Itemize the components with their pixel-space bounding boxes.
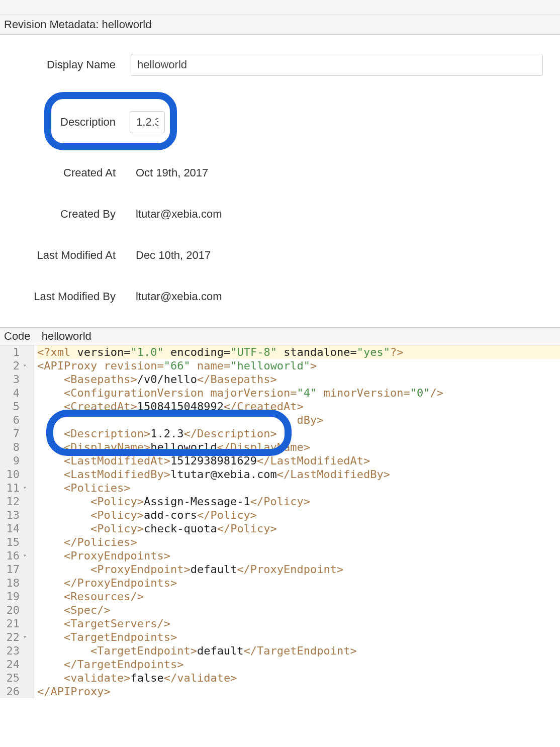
code-line[interactable]: <ConfigurationVersion majorVersion="4" m…: [37, 386, 560, 400]
code-line[interactable]: <APIProxy revision="66" name="helloworld…: [37, 359, 560, 372]
code-line[interactable]: <ProxyEndpoints>: [37, 549, 560, 563]
value-created-at: Oct 19th, 2017: [131, 166, 208, 179]
line-number: 22 ▾: [0, 630, 31, 644]
line-number: 2 ▾: [0, 359, 31, 372]
code-line[interactable]: <TargetEndpoint>default</TargetEndpoint>: [37, 644, 560, 658]
code-line[interactable]: <ProxyEndpoint>default</ProxyEndpoint>: [37, 563, 560, 576]
toolbar-area: [0, 0, 560, 15]
code-line[interactable]: </APIProxy>: [37, 685, 560, 698]
row-created-by: Created By ltutar@xebia.com: [0, 194, 560, 235]
line-number: 15: [0, 535, 31, 549]
label-last-modified-by: Last Modified By: [0, 290, 131, 303]
code-line[interactable]: </Policies>: [37, 535, 560, 549]
display-name-input[interactable]: [131, 54, 543, 76]
code-line[interactable]: </ProxyEndpoints>: [37, 576, 560, 590]
line-number: 21: [0, 617, 31, 630]
row-last-modified-by: Last Modified By ltutar@xebia.com: [0, 276, 560, 317]
row-last-modified-at: Last Modified At Dec 10th, 2017: [0, 235, 560, 276]
line-number: 23: [0, 644, 31, 658]
line-number: 5: [0, 400, 31, 413]
line-number: 7: [0, 427, 31, 440]
line-number: 25: [0, 671, 31, 685]
description-input[interactable]: [130, 111, 165, 133]
code-label: Code: [4, 330, 31, 342]
line-number: 16 ▾: [0, 549, 31, 563]
description-highlight: Description: [44, 92, 177, 150]
code-line[interactable]: <Policy>Assign-Message-1</Policy>: [37, 495, 560, 508]
line-number: 24: [0, 658, 31, 671]
row-created-at: Created At Oct 19th, 2017: [0, 152, 560, 194]
code-line[interactable]: dBy>: [37, 413, 560, 427]
fold-icon[interactable]: ▾: [22, 549, 27, 563]
code-line[interactable]: <Resources/>: [37, 590, 560, 603]
line-number: 4: [0, 386, 31, 400]
line-number: 17: [0, 563, 31, 576]
line-number: 19: [0, 590, 31, 603]
code-line[interactable]: <TargetServers/>: [37, 617, 560, 630]
line-number: 11 ▾: [0, 481, 31, 495]
line-number: 6: [0, 413, 31, 427]
code-line[interactable]: <Description>1.2.3</Description>: [37, 427, 560, 440]
line-number: 18: [0, 576, 31, 590]
metadata-form: Display Name Description Created At Oct …: [0, 35, 560, 327]
fold-icon[interactable]: ▾: [22, 359, 27, 372]
code-line[interactable]: <LastModifiedBy>ltutar@xebia.com</LastMo…: [37, 468, 560, 481]
code-line[interactable]: <LastModifiedAt>1512938981629</LastModif…: [37, 454, 560, 468]
fold-icon[interactable]: ▾: [22, 481, 27, 495]
section-header: Revision Metadata: helloworld: [0, 15, 560, 35]
line-number: 1: [0, 345, 31, 359]
line-number: 12: [0, 495, 31, 508]
section-title: Revision Metadata: helloworld: [4, 18, 152, 31]
code-line[interactable]: <validate>false</validate>: [37, 671, 560, 685]
label-created-at: Created At: [0, 166, 131, 179]
code-line[interactable]: <Policy>check-quota</Policy>: [37, 522, 560, 535]
label-last-modified-at: Last Modified At: [0, 249, 131, 262]
label-display-name: Display Name: [0, 58, 131, 71]
fold-icon[interactable]: ▾: [22, 630, 27, 644]
line-number: 14: [0, 522, 31, 535]
code-line[interactable]: <Spec/>: [37, 603, 560, 617]
code-line[interactable]: </TargetEndpoints>: [37, 658, 560, 671]
code-body[interactable]: <?xml version="1.0" encoding="UTF-8" sta…: [34, 345, 560, 698]
code-editor[interactable]: 1 2 ▾3 4 5 6 7 8 9 10 11 ▾12 13 14 15 16…: [0, 345, 560, 698]
row-description: Description: [0, 90, 560, 152]
row-display-name: Display Name: [0, 40, 560, 90]
label-description: Description: [60, 116, 130, 129]
line-number: 8: [0, 440, 31, 454]
code-line[interactable]: <Basepaths>/v0/hello</Basepaths>: [37, 372, 560, 386]
line-number: 20: [0, 603, 31, 617]
code-line[interactable]: <Policy>add-cors</Policy>: [37, 508, 560, 522]
code-line[interactable]: <CreatedAt>1508415048992</CreatedAt>: [37, 400, 560, 413]
value-created-by: ltutar@xebia.com: [131, 208, 222, 221]
code-line[interactable]: <?xml version="1.0" encoding="UTF-8" sta…: [37, 345, 560, 359]
line-number: 9: [0, 454, 31, 468]
line-number: 26: [0, 685, 31, 698]
label-created-by: Created By: [0, 208, 131, 221]
line-gutter: 1 2 ▾3 4 5 6 7 8 9 10 11 ▾12 13 14 15 16…: [0, 345, 34, 698]
line-number: 10: [0, 468, 31, 481]
code-filename: helloworld: [42, 330, 91, 342]
code-line[interactable]: <DisplayName>helloworld</DisplayName>: [37, 440, 560, 454]
code-line[interactable]: <TargetEndpoints>: [37, 630, 560, 644]
line-number: 3: [0, 372, 31, 386]
code-header: Code helloworld: [0, 327, 560, 345]
code-line[interactable]: <Policies>: [37, 481, 560, 495]
line-number: 13: [0, 508, 31, 522]
value-last-modified-at: Dec 10th, 2017: [131, 249, 211, 262]
value-last-modified-by: ltutar@xebia.com: [131, 290, 222, 303]
